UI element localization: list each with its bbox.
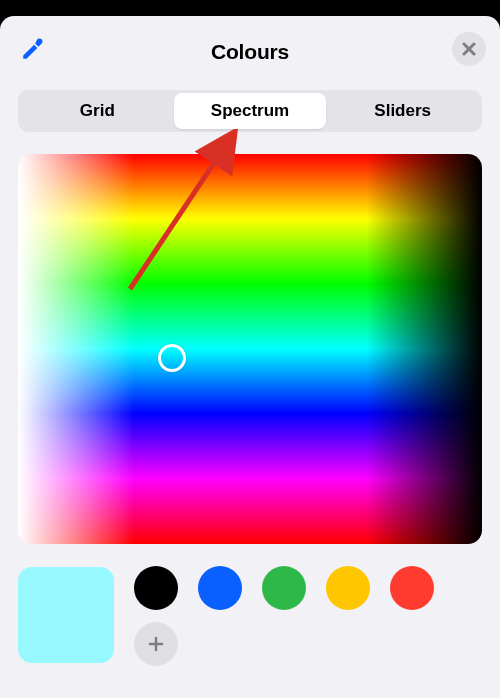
spectrum-area <box>18 154 482 544</box>
preset-group <box>134 564 434 666</box>
current-colour-swatch[interactable] <box>18 567 114 663</box>
close-button[interactable] <box>452 32 486 66</box>
preset-swatch-4[interactable] <box>390 566 434 610</box>
tab-sliders[interactable]: Sliders <box>326 93 479 129</box>
eyedropper-button[interactable] <box>18 34 48 64</box>
colour-picker-panel: Colours Grid Spectrum Sliders <box>0 16 500 698</box>
preset-swatch-1[interactable] <box>198 566 242 610</box>
add-row <box>134 622 434 666</box>
preset-swatch-3[interactable] <box>326 566 370 610</box>
preset-swatch-2[interactable] <box>262 566 306 610</box>
eyedropper-icon <box>20 36 46 62</box>
tab-grid[interactable]: Grid <box>21 93 174 129</box>
swatch-row <box>18 564 482 666</box>
close-icon <box>462 42 476 56</box>
tab-bar: Grid Spectrum Sliders <box>18 90 482 132</box>
tab-spectrum[interactable]: Spectrum <box>174 93 327 129</box>
plus-icon <box>147 635 165 653</box>
preset-swatch-0[interactable] <box>134 566 178 610</box>
panel-title: Colours <box>211 40 289 64</box>
header: Colours <box>18 32 482 72</box>
spectrum-picker[interactable] <box>18 154 482 544</box>
preset-row <box>134 566 434 610</box>
add-preset-button[interactable] <box>134 622 178 666</box>
